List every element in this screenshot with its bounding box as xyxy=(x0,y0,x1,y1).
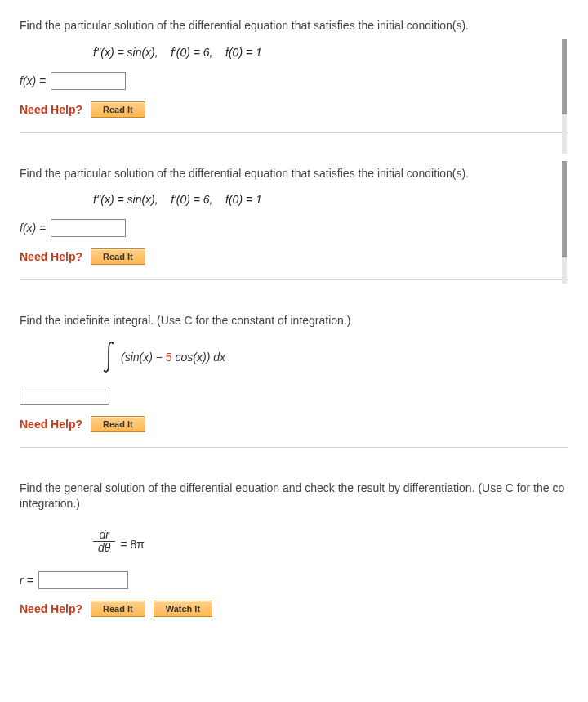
eq-part-1: f''(x) = sin(x), xyxy=(93,193,158,206)
integrand-part-a: (sin(x) − xyxy=(121,351,166,364)
help-row: Need Help? Read It Watch It xyxy=(20,601,568,617)
rhs: = 8π xyxy=(120,538,145,551)
integrand-part-b: cos(x)) dx xyxy=(172,351,225,364)
scrollbar-thumb[interactable] xyxy=(562,161,567,257)
read-it-button[interactable]: Read It xyxy=(91,416,145,432)
need-help-label: Need Help? xyxy=(20,418,82,431)
read-it-button[interactable]: Read It xyxy=(91,601,145,617)
question-2: Find the particular solution of the diff… xyxy=(20,166,568,281)
need-help-label: Need Help? xyxy=(20,250,82,263)
answer-row: f(x) = xyxy=(20,219,568,237)
eq-part-2: f'(0) = 6, xyxy=(171,46,212,59)
eq-part-2: f'(0) = 6, xyxy=(171,193,212,206)
scrollbar-track[interactable] xyxy=(562,161,567,284)
prompt-text: Find the particular solution of the diff… xyxy=(20,166,568,182)
prompt-text: Find the general solution of the differe… xyxy=(20,481,568,512)
fraction: dr dθ xyxy=(93,529,115,553)
integral-expression: (sin(x) − 5 cos(x)) dx xyxy=(20,341,568,373)
eq-part-1: f''(x) = sin(x), xyxy=(93,46,158,59)
help-row: Need Help? Read It xyxy=(20,101,568,118)
question-1: Find the particular solution of the diff… xyxy=(20,18,568,133)
answer-row: r = xyxy=(20,571,568,589)
answer-label: r = xyxy=(20,574,33,587)
svg-point-0 xyxy=(112,342,114,344)
prompt-text: Find the particular solution of the diff… xyxy=(20,18,568,34)
differential-equation: dr dθ = 8π xyxy=(20,524,568,565)
answer-input[interactable] xyxy=(51,219,126,237)
integrand-coef: 5 xyxy=(166,351,172,364)
need-help-label: Need Help? xyxy=(20,103,82,116)
answer-input[interactable] xyxy=(38,571,128,589)
scrollbar-thumb[interactable] xyxy=(562,39,567,114)
equation: f''(x) = sin(x), f'(0) = 6, f(0) = 1 xyxy=(20,193,568,206)
read-it-button[interactable]: Read It xyxy=(91,101,145,118)
question-3: Find the indefinite integral. (Use C for… xyxy=(20,313,568,448)
question-4: Find the general solution of the differe… xyxy=(20,481,568,633)
answer-label: f(x) = xyxy=(20,221,46,235)
eq-part-3: f(0) = 1 xyxy=(225,193,262,206)
read-it-button[interactable]: Read It xyxy=(91,248,145,265)
answer-row xyxy=(20,387,568,405)
scrollbar-track[interactable] xyxy=(562,39,567,154)
help-row: Need Help? Read It xyxy=(20,248,568,265)
help-row: Need Help? Read It xyxy=(20,416,568,432)
integral-sign-icon xyxy=(101,341,116,373)
fraction-numerator: dr xyxy=(94,529,114,541)
svg-point-1 xyxy=(104,370,105,372)
answer-row: f(x) = xyxy=(20,72,568,90)
fraction-denominator: dθ xyxy=(93,542,115,554)
equation: f''(x) = sin(x), f'(0) = 6, f(0) = 1 xyxy=(20,46,568,59)
answer-input[interactable] xyxy=(20,387,109,405)
watch-it-button[interactable]: Watch It xyxy=(154,601,212,617)
eq-part-3: f(0) = 1 xyxy=(225,46,262,59)
need-help-label: Need Help? xyxy=(20,602,82,615)
answer-input[interactable] xyxy=(51,72,126,90)
prompt-text: Find the indefinite integral. (Use C for… xyxy=(20,313,568,329)
integrand: (sin(x) − 5 cos(x)) dx xyxy=(121,351,225,364)
answer-label: f(x) = xyxy=(20,74,46,87)
